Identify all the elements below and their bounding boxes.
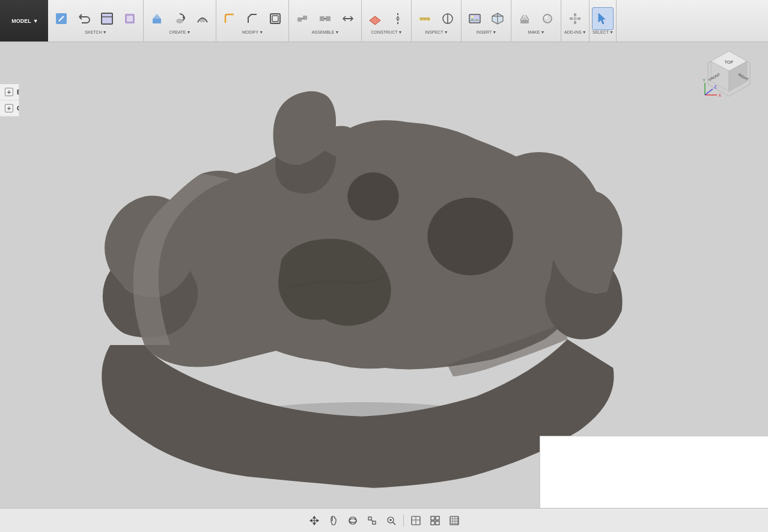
fit-icon[interactable] bbox=[364, 512, 380, 529]
motion-icon[interactable] bbox=[337, 7, 359, 30]
extrude-icon[interactable] bbox=[146, 7, 168, 30]
model-dropdown[interactable]: MODEL ▼ bbox=[0, 0, 48, 41]
construct-icons bbox=[364, 7, 409, 30]
svg-line-70 bbox=[393, 522, 395, 525]
svg-line-68 bbox=[371, 520, 373, 521]
svg-rect-66 bbox=[368, 517, 371, 520]
construct-plane-icon[interactable] bbox=[364, 7, 386, 30]
create-label[interactable]: CREATE▼ bbox=[169, 30, 191, 34]
toolbar-group-modify: MODIFY▼ bbox=[216, 0, 289, 41]
select-cursor-icon[interactable] bbox=[592, 7, 614, 30]
svg-point-46 bbox=[573, 17, 577, 20]
insert-obj-icon[interactable] bbox=[487, 7, 508, 30]
toolbar-group-insert: INSERT▼ bbox=[462, 0, 511, 41]
svg-rect-11 bbox=[272, 16, 278, 22]
undo-icon[interactable] bbox=[73, 7, 95, 30]
svg-point-8 bbox=[176, 19, 183, 23]
shell-icon[interactable] bbox=[264, 7, 286, 30]
display-mode-icon[interactable] bbox=[407, 512, 424, 529]
svg-rect-43 bbox=[574, 13, 576, 16]
svg-marker-7 bbox=[153, 14, 161, 19]
svg-rect-37 bbox=[523, 15, 526, 17]
bottom-bar bbox=[0, 508, 768, 532]
svg-rect-35 bbox=[520, 20, 529, 23]
svg-point-49 bbox=[347, 173, 399, 221]
svg-text:Y: Y bbox=[702, 78, 706, 83]
svg-point-65 bbox=[349, 519, 356, 522]
svg-rect-76 bbox=[431, 516, 434, 520]
svg-line-14 bbox=[302, 18, 303, 19]
svg-rect-79 bbox=[436, 521, 439, 525]
select-label[interactable]: SELECT▼ bbox=[592, 30, 614, 34]
move-tool-icon[interactable] bbox=[306, 512, 323, 529]
viewport[interactable]: + BROWSER + COMMENTS bbox=[0, 42, 768, 508]
inspect-label[interactable]: INSPECT▼ bbox=[424, 30, 448, 34]
toolbar-group-inspect: INSPECT▼ bbox=[412, 0, 462, 41]
separator-1 bbox=[403, 515, 404, 527]
bottom-right-panel bbox=[540, 436, 768, 508]
measure-icon[interactable] bbox=[414, 7, 436, 30]
svg-rect-15 bbox=[320, 16, 325, 21]
make-icons bbox=[514, 7, 558, 30]
zoom-icon[interactable] bbox=[383, 512, 400, 529]
svg-text:Z: Z bbox=[714, 84, 717, 90]
toolbar-group-addins: ADD-INS▼ bbox=[561, 0, 590, 41]
sketch-icons bbox=[50, 7, 141, 30]
sweep-icon[interactable] bbox=[192, 7, 213, 30]
svg-point-21 bbox=[396, 17, 400, 20]
orbit-tool-icon[interactable] bbox=[344, 512, 361, 529]
fillet-icon[interactable] bbox=[219, 7, 240, 30]
insert-img-icon[interactable] bbox=[464, 7, 486, 30]
addins-main-icon[interactable] bbox=[564, 7, 586, 30]
svg-rect-9 bbox=[200, 19, 205, 22]
insert-icons bbox=[464, 7, 508, 30]
sketch-create-icon[interactable] bbox=[50, 7, 72, 30]
grid2-icon[interactable] bbox=[446, 512, 463, 529]
assemble-label[interactable]: ASSEMBLE▼ bbox=[311, 30, 340, 34]
svg-rect-12 bbox=[297, 17, 302, 22]
grid-icon[interactable] bbox=[427, 512, 443, 529]
toolbar-group-make: MAKE▼ bbox=[511, 0, 561, 41]
3dprint-icon[interactable] bbox=[514, 7, 535, 30]
joint-icon[interactable] bbox=[291, 7, 313, 30]
svg-rect-6 bbox=[153, 19, 161, 23]
window-icon[interactable] bbox=[96, 7, 118, 30]
svg-rect-2 bbox=[102, 13, 112, 24]
construct-label[interactable]: CONSTRUCT▼ bbox=[371, 30, 403, 34]
render-icon[interactable] bbox=[537, 7, 558, 30]
view-cube[interactable]: TOP FRONT RIGHT X Y Z bbox=[702, 48, 756, 102]
toolbar-group-sketch: SKETCH▼ bbox=[48, 0, 144, 41]
section-icon[interactable] bbox=[437, 7, 459, 30]
assemble-icons bbox=[291, 7, 359, 30]
svg-line-62 bbox=[705, 89, 713, 95]
toolbar: MODEL ▼ bbox=[0, 0, 768, 42]
revolve-icon[interactable] bbox=[169, 7, 190, 30]
modify-label[interactable]: MODIFY▼ bbox=[242, 30, 263, 34]
toolbar-group-construct: CONSTRUCT▼ bbox=[362, 0, 412, 41]
chamfer-icon[interactable] bbox=[242, 7, 263, 30]
rigid-icon[interactable] bbox=[314, 7, 336, 30]
sketch-mode-icon[interactable] bbox=[119, 7, 141, 30]
pan-tool-icon[interactable] bbox=[325, 512, 342, 529]
insert-label[interactable]: INSERT▼ bbox=[476, 30, 496, 34]
svg-rect-30 bbox=[469, 14, 480, 23]
svg-rect-67 bbox=[373, 521, 376, 524]
model-label: MODEL bbox=[11, 18, 31, 24]
inspect-icons bbox=[414, 7, 459, 30]
select-icons bbox=[592, 7, 614, 30]
addins-label[interactable]: ADD-INS▼ bbox=[564, 30, 587, 34]
make-label[interactable]: MAKE▼ bbox=[528, 30, 545, 34]
svg-rect-45 bbox=[574, 21, 576, 24]
model-arrow: ▼ bbox=[33, 18, 38, 24]
svg-rect-13 bbox=[303, 16, 307, 20]
svg-rect-77 bbox=[436, 516, 439, 520]
toolbar-group-create: CREATE▼ bbox=[144, 0, 216, 41]
svg-point-31 bbox=[471, 16, 474, 18]
toolbar-group-assemble: ASSEMBLE▼ bbox=[289, 0, 362, 41]
svg-rect-44 bbox=[578, 17, 581, 20]
construct-axis-icon[interactable] bbox=[387, 7, 409, 30]
addins-icons bbox=[564, 7, 586, 30]
create-icons bbox=[146, 7, 213, 30]
sketch-label[interactable]: SKETCH▼ bbox=[84, 30, 106, 34]
svg-point-50 bbox=[427, 198, 513, 275]
